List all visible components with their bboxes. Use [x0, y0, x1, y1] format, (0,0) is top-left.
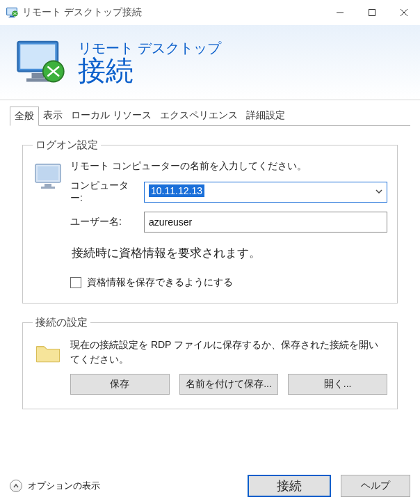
save-as-button[interactable]: 名前を付けて保存...	[179, 374, 279, 395]
save-button[interactable]: 保存	[70, 374, 170, 395]
svg-rect-6	[369, 10, 375, 16]
group-logon-settings: ログオン設定 リモート コンピューターの名前を入力してください。 コンピューター…	[22, 139, 398, 304]
computer-combo[interactable]: 10.11.12.13	[144, 182, 387, 203]
save-creds-label: 資格情報を保存できるようにする	[87, 276, 233, 289]
username-input[interactable]	[144, 212, 387, 233]
help-button[interactable]: ヘルプ	[341, 475, 410, 497]
options-toggle[interactable]: オプションの表示	[10, 480, 100, 492]
open-button[interactable]: 開く...	[288, 374, 387, 395]
window-controls	[324, 0, 420, 25]
tab-local-resources[interactable]: ローカル リソース	[67, 107, 156, 126]
cred-prompt-info: 接続時に資格情報を要求されます。	[72, 245, 387, 261]
svg-rect-16	[45, 184, 51, 187]
folder-icon	[33, 338, 70, 370]
group-connection-settings: 接続の設定 現在の接続設定を RDP ファイルに保存するか、保存された接続を開い…	[22, 316, 398, 409]
svg-rect-17	[41, 187, 55, 189]
save-creds-checkbox[interactable]	[70, 277, 81, 288]
tab-display[interactable]: 表示	[39, 107, 67, 126]
chevron-down-icon	[375, 187, 383, 198]
tab-general[interactable]: 全般	[10, 107, 39, 126]
connect-button[interactable]: 接続	[248, 475, 331, 497]
header-banner: リモート デスクトップ 接続	[0, 25, 420, 100]
tab-experience[interactable]: エクスペリエンス	[156, 107, 242, 126]
svg-rect-3	[9, 17, 15, 17]
options-toggle-label: オプションの表示	[28, 480, 100, 492]
svg-rect-15	[38, 166, 58, 180]
titlebar: リモート デスクトップ接続	[0, 0, 420, 25]
footer: オプションの表示 接続 ヘルプ	[0, 468, 420, 504]
banner-title: 接続	[78, 56, 221, 85]
window-title: リモート デスクトップ接続	[22, 6, 324, 19]
rdp-monitor-icon	[13, 35, 68, 90]
connection-description: 現在の接続設定を RDP ファイルに保存するか、保存された接続を開いてください。	[70, 338, 387, 367]
computer-label: コンピューター:	[70, 180, 140, 205]
logon-legend: ログオン設定	[33, 139, 101, 152]
minimize-button[interactable]	[324, 0, 356, 25]
computer-icon	[33, 160, 70, 196]
username-label: ユーザー名:	[70, 216, 140, 228]
close-button[interactable]	[388, 0, 420, 25]
app-icon	[6, 6, 18, 19]
svg-rect-11	[32, 73, 45, 79]
banner-subtitle: リモート デスクトップ	[78, 40, 221, 56]
computer-value: 10.11.12.13	[149, 184, 204, 197]
chevron-up-icon	[10, 480, 22, 492]
maximize-button[interactable]	[356, 0, 388, 25]
logon-instruction: リモート コンピューターの名前を入力してください。	[70, 160, 387, 173]
tab-advanced[interactable]: 詳細設定	[242, 107, 289, 126]
tabs: 全般 表示 ローカル リソース エクスペリエンス 詳細設定	[10, 106, 410, 126]
connection-legend: 接続の設定	[33, 316, 90, 329]
